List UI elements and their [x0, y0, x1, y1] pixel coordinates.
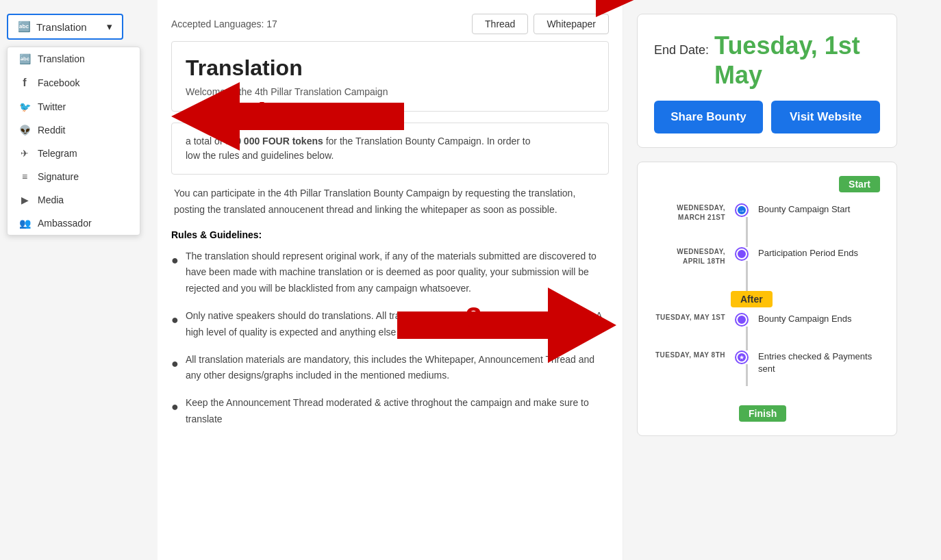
tokens-text-pre: a total of	[186, 136, 225, 147]
ambassador-icon: 👥	[18, 218, 31, 229]
top-bar: Accepted Languages: 17 Thread Whitepaper	[171, 14, 609, 34]
campaign-subtitle: Welcome to the 4th Pillar Translation Ca…	[186, 86, 594, 97]
timeline-desc-2: Participation Period Ends	[758, 247, 880, 259]
timeline-label-3: TUESDAY, MAY 1ST	[654, 313, 736, 322]
timeline-line-1	[746, 217, 748, 247]
end-date-line2: May	[714, 60, 860, 90]
campaign-header-section: Translation Welcome to the 4th Pillar Tr…	[171, 41, 609, 112]
timeline-date-2: WEDNESDAY, APRIL 18TH	[654, 247, 725, 266]
rule-text-1: The translation should represent origina…	[186, 249, 609, 297]
timeline-content-2: Participation Period Ends	[747, 247, 880, 259]
rule-item-1: ● The translation should represent origi…	[171, 249, 609, 297]
menu-item-ambassador-label: Ambassador	[38, 218, 92, 229]
timeline-desc-3: Bounty Campaign Ends	[758, 313, 880, 325]
bullet-3: ●	[171, 353, 179, 374]
menu-item-media[interactable]: ▶ Media	[8, 188, 140, 212]
timeline-label-4: TUESDAY, MAY 8TH	[654, 351, 736, 360]
timeline-start-row: Start	[654, 176, 880, 192]
rules-section: Rules & Guidelines: ● The translation sh…	[171, 229, 609, 428]
left-panel: 🔤 Translation ▾ 🔤 Translation f Facebook…	[0, 0, 158, 560]
rule-item-2: ● Only native speakers should do transla…	[171, 308, 609, 341]
signature-icon: ≡	[18, 171, 31, 182]
end-date-line1: Tuesday, 1st	[714, 31, 860, 60]
timeline-content-1: Bounty Campaign Start	[747, 203, 880, 216]
finish-badge: Finish	[739, 405, 786, 422]
dropdown-button-label: Translation	[36, 21, 87, 33]
timeline-date-3: TUESDAY, MAY 1ST	[654, 313, 725, 322]
campaign-title: Translation	[186, 55, 594, 81]
timeline-line-2	[746, 261, 748, 291]
thread-button[interactable]: Thread	[472, 14, 528, 34]
after-badge: After	[731, 291, 773, 307]
facebook-icon: f	[18, 77, 31, 89]
menu-item-telegram[interactable]: ✈ Telegram	[8, 142, 140, 165]
menu-item-ambassador[interactable]: 👥 Ambassador	[8, 212, 140, 235]
menu-item-translation-label: Translation	[38, 53, 85, 64]
media-icon: ▶	[18, 194, 31, 205]
after-badge-row: After	[654, 291, 880, 307]
rule-item-4: ● Keep the Announcement Thread moderated…	[171, 395, 609, 428]
bullet-4: ●	[171, 396, 179, 418]
timeline-line-4	[746, 364, 748, 386]
menu-item-signature-label: Signature	[38, 171, 79, 182]
menu-item-facebook-label: Facebook	[38, 77, 79, 88]
dropdown-button[interactable]: 🔤 Translation ▾	[7, 14, 123, 40]
menu-item-reddit[interactable]: 👽 Reddit	[8, 118, 140, 142]
rule-text-4: Keep the Announcement Thread moderated &…	[186, 395, 609, 428]
right-panel: End Date: Tuesday, 1st May Share Bounty …	[623, 0, 911, 560]
timeline-desc-4: Entries checked & Payments sent	[758, 351, 880, 375]
end-date-value: Tuesday, 1st May	[714, 31, 860, 90]
timeline-label-1: WEDNESDAY, MARCH 21ST	[654, 203, 736, 222]
twitter-icon: 🐦	[18, 101, 31, 112]
tokens-bold: 630 000 FOUR tokens	[225, 136, 323, 147]
rule-item-3: ● All translation materials are mandator…	[171, 352, 609, 385]
timeline-date-4: TUESDAY, MAY 8TH	[654, 351, 725, 360]
timeline-item-2: WEDNESDAY, APRIL 18TH Participation Peri…	[654, 247, 880, 266]
body-text: You can participate in the 4th Pillar Tr…	[171, 186, 609, 218]
timeline-date-1: WEDNESDAY, MARCH 21ST	[654, 203, 725, 222]
menu-item-twitter-label: Twitter	[38, 101, 66, 112]
tokens-text-post: for the Translation Bounty Campaign. In …	[323, 136, 531, 147]
translation-icon: 🔤	[18, 21, 31, 33]
menu-item-reddit-label: Reddit	[38, 125, 65, 136]
start-badge: Start	[839, 176, 880, 192]
tokens-section: a total of 630 000 FOUR tokens for the T…	[171, 123, 609, 175]
visit-website-button[interactable]: Visit Website	[771, 101, 880, 133]
rule-text-3: All translation materials are mandatory,…	[186, 352, 609, 385]
end-date-row: End Date: Tuesday, 1st May	[654, 28, 880, 90]
timeline-dot-4: ★	[736, 352, 747, 363]
dropdown-menu: 🔤 Translation f Facebook 🐦 Twitter 👽 Red…	[7, 47, 140, 236]
star-icon: ★	[739, 354, 744, 361]
end-date-label: End Date:	[654, 43, 709, 58]
main-content: 1 2 3 Accepted Languages: 17 Thread Whit…	[158, 0, 623, 560]
timeline-desc-1: Bounty Campaign Start	[758, 203, 880, 216]
timeline-content-4: Entries checked & Payments sent	[747, 351, 880, 375]
timeline-box: Start WEDNESDAY, MARCH 21ST → Bounty Cam…	[637, 162, 897, 436]
timeline-item-4: TUESDAY, MAY 8TH ★ Entries checked & Pay…	[654, 351, 880, 375]
arrow-dot-icon: →	[738, 207, 745, 214]
timeline-item-3: TUESDAY, MAY 1ST Bounty Campaign Ends	[654, 313, 880, 325]
tokens-text-cont: low the rules and guidelines below.	[186, 150, 334, 161]
bullet-2: ●	[171, 309, 179, 331]
menu-item-facebook[interactable]: f Facebook	[8, 71, 140, 95]
chevron-down-icon: ▾	[107, 21, 112, 33]
accepted-languages: Accepted Languages: 17	[171, 18, 466, 29]
timeline-dot-1: →	[736, 205, 747, 216]
end-date-box: End Date: Tuesday, 1st May Share Bounty …	[637, 14, 897, 148]
timeline-label-2: WEDNESDAY, APRIL 18TH	[654, 247, 736, 266]
timeline: Start WEDNESDAY, MARCH 21ST → Bounty Cam…	[654, 176, 880, 422]
translation-menu-icon: 🔤	[18, 53, 31, 64]
menu-item-media-label: Media	[38, 194, 64, 205]
menu-item-signature[interactable]: ≡ Signature	[8, 165, 140, 188]
timeline-dot-2	[736, 249, 747, 259]
timeline-item-1: WEDNESDAY, MARCH 21ST → Bounty Campaign …	[654, 203, 880, 222]
telegram-icon: ✈	[18, 148, 31, 159]
menu-item-translation[interactable]: 🔤 Translation	[8, 47, 140, 71]
timeline-finish-row: Finish	[654, 405, 880, 422]
timeline-dot-3	[736, 314, 747, 325]
whitepaper-button[interactable]: Whitepaper	[534, 14, 609, 34]
share-bounty-button[interactable]: Share Bounty	[654, 101, 763, 133]
reddit-icon: 👽	[18, 125, 31, 136]
rule-text-2: Only native speakers should do translati…	[186, 308, 609, 341]
menu-item-twitter[interactable]: 🐦 Twitter	[8, 95, 140, 118]
